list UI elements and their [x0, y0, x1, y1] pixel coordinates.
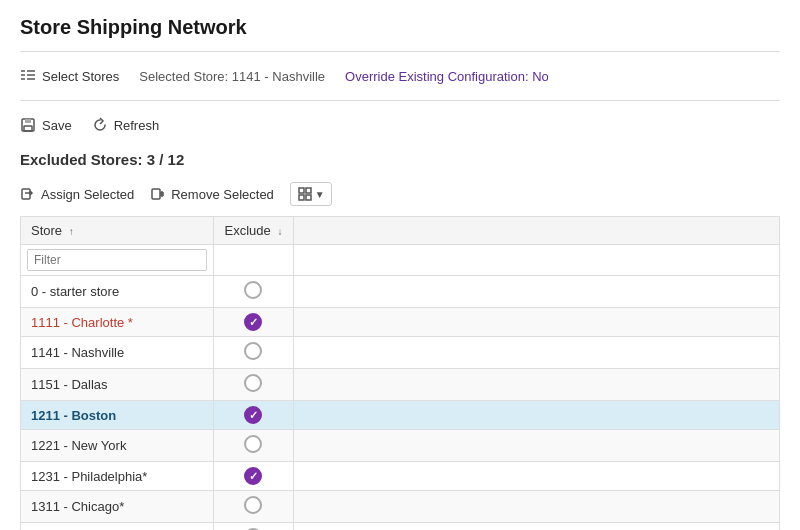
assign-selected-button[interactable]: Assign Selected: [20, 186, 134, 202]
exclude-cell[interactable]: [213, 523, 293, 531]
exclude-toggle[interactable]: [244, 281, 262, 299]
svg-rect-17: [299, 195, 304, 200]
refresh-icon: [92, 117, 108, 133]
save-refresh-toolbar: Save Refresh: [20, 109, 780, 141]
sort-store-icon[interactable]: ↑: [69, 226, 74, 237]
svg-rect-15: [299, 188, 304, 193]
col-store-header[interactable]: Store ↑: [21, 217, 214, 245]
table-row[interactable]: 1111 - Charlotte *: [21, 308, 780, 337]
grid-dropdown-arrow: ▼: [315, 189, 325, 200]
exclude-cell[interactable]: [213, 491, 293, 523]
table-row[interactable]: 1141 - Nashville: [21, 337, 780, 369]
extra-cell: [293, 276, 779, 308]
table-row[interactable]: 1231 - Philadelphia*: [21, 462, 780, 491]
store-name-cell: 1111 - Charlotte *: [21, 308, 214, 337]
select-stores-btn[interactable]: Select Stores: [20, 68, 119, 84]
extra-cell: [293, 491, 779, 523]
extra-cell: [293, 369, 779, 401]
divider-1: [20, 51, 780, 52]
exclude-toggle[interactable]: [244, 374, 262, 392]
store-name-cell: 1231 - Philadelphia*: [21, 462, 214, 491]
exclude-cell[interactable]: [213, 401, 293, 430]
save-btn[interactable]: Save: [20, 117, 72, 133]
action-row: Assign Selected Remove Selected ▼: [20, 176, 780, 216]
svg-rect-11: [152, 189, 160, 199]
exclude-toggle[interactable]: [244, 435, 262, 453]
table-body: 0 - starter store1111 - Charlotte *1141 …: [21, 276, 780, 531]
divider-2: [20, 100, 780, 101]
remove-selected-button[interactable]: Remove Selected: [150, 186, 274, 202]
page-title: Store Shipping Network: [20, 16, 780, 39]
extra-cell: [293, 308, 779, 337]
table-row[interactable]: 1211 - Boston: [21, 401, 780, 430]
store-name-cell: 1311 - Chicago*: [21, 491, 214, 523]
svg-rect-7: [25, 119, 31, 123]
assign-icon: [20, 186, 36, 202]
assign-label: Assign Selected: [41, 187, 134, 202]
refresh-btn[interactable]: Refresh: [92, 117, 160, 133]
exclude-cell[interactable]: [213, 276, 293, 308]
save-icon: [20, 117, 36, 133]
table-row[interactable]: 1151 - Dallas: [21, 369, 780, 401]
grid-view-button[interactable]: ▼: [290, 182, 332, 206]
filter-cell: [21, 245, 214, 276]
exclude-toggle[interactable]: [244, 467, 262, 485]
topbar: Select Stores Selected Store: 1141 - Nas…: [20, 60, 780, 92]
col-exclude-header[interactable]: Exclude ↓: [213, 217, 293, 245]
table-row[interactable]: 0 - starter store: [21, 276, 780, 308]
exclude-cell[interactable]: [213, 430, 293, 462]
svg-rect-9: [22, 189, 30, 199]
extra-cell: [293, 337, 779, 369]
svg-rect-16: [306, 188, 311, 193]
store-name-cell: 1321 - Indianapolis: [21, 523, 214, 531]
table-header-row: Store ↑ Exclude ↓: [21, 217, 780, 245]
sort-exclude-icon[interactable]: ↓: [277, 226, 282, 237]
list-icon: [20, 68, 36, 84]
extra-cell: [293, 462, 779, 491]
store-name-cell: 1151 - Dallas: [21, 369, 214, 401]
store-table: Store ↑ Exclude ↓ 0 - starter store1111 …: [20, 216, 780, 530]
exclude-toggle[interactable]: [244, 406, 262, 424]
store-name-cell: 0 - starter store: [21, 276, 214, 308]
exclude-cell[interactable]: [213, 308, 293, 337]
remove-label: Remove Selected: [171, 187, 274, 202]
exclude-cell[interactable]: [213, 337, 293, 369]
svg-rect-18: [306, 195, 311, 200]
table-filter-row: [21, 245, 780, 276]
exclude-toggle[interactable]: [244, 496, 262, 514]
table-row[interactable]: 1321 - Indianapolis: [21, 523, 780, 531]
extra-cell: [293, 401, 779, 430]
save-label: Save: [42, 118, 72, 133]
section-title: Excluded Stores: 3 / 12: [20, 151, 780, 168]
svg-rect-8: [24, 126, 32, 131]
extra-cell: [293, 430, 779, 462]
filter-extra-cell: [293, 245, 779, 276]
override-info: Override Existing Configuration: No: [345, 69, 549, 84]
store-name-cell: 1221 - New York: [21, 430, 214, 462]
selected-store-info: Selected Store: 1141 - Nashville: [139, 69, 325, 84]
remove-icon: [150, 186, 166, 202]
exclude-cell[interactable]: [213, 369, 293, 401]
refresh-label: Refresh: [114, 118, 160, 133]
store-filter-input[interactable]: [27, 249, 207, 271]
exclude-toggle[interactable]: [244, 342, 262, 360]
table-row[interactable]: 1311 - Chicago*: [21, 491, 780, 523]
exclude-cell[interactable]: [213, 462, 293, 491]
store-name-cell: 1141 - Nashville: [21, 337, 214, 369]
extra-cell: [293, 523, 779, 531]
select-stores-label: Select Stores: [42, 69, 119, 84]
grid-icon: [297, 186, 313, 202]
table-row[interactable]: 1221 - New York: [21, 430, 780, 462]
col-extra-header: [293, 217, 779, 245]
filter-exclude-cell: [213, 245, 293, 276]
exclude-toggle[interactable]: [244, 313, 262, 331]
page-container: Store Shipping Network Select Stores Sel…: [0, 0, 800, 530]
store-name-cell: 1211 - Boston: [21, 401, 214, 430]
